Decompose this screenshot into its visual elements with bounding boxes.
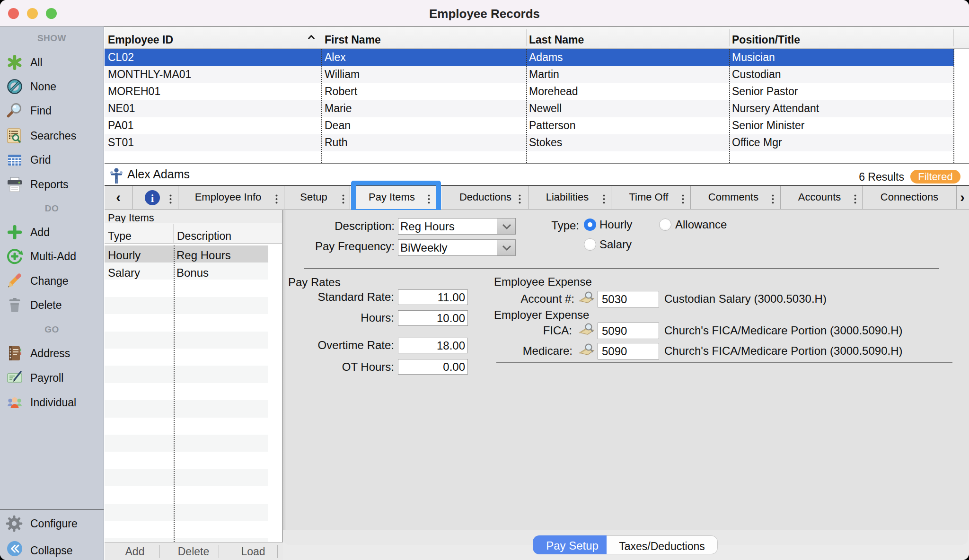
svg-text:i: i <box>151 192 154 204</box>
